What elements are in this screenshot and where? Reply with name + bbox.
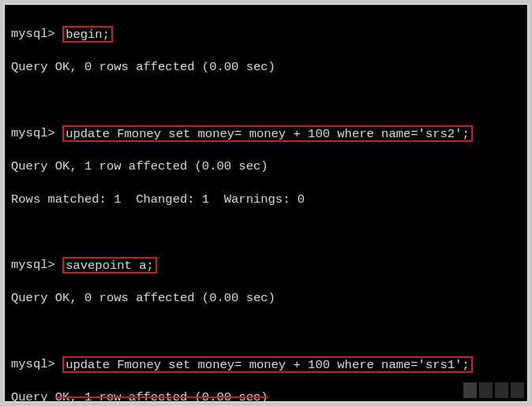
- query-result: Query OK, 1 row affected (0.00 sec): [11, 158, 521, 175]
- highlighted-command-savepoint-a: savepoint a;: [62, 257, 157, 274]
- mysql-terminal[interactable]: mysql> begin; Query OK, 0 rows affected …: [4, 4, 528, 402]
- blank-line: [11, 92, 521, 109]
- cmd-line-update-srs2: mysql> update Fmoney set money= money + …: [11, 125, 521, 142]
- cmd-line-begin: mysql> begin;: [11, 26, 521, 43]
- watermark-icon: [461, 382, 524, 398]
- mysql-prompt: mysql>: [11, 258, 55, 272]
- highlighted-command-update-srs1: update Fmoney set money= money + 100 whe…: [62, 356, 473, 373]
- blank-line: [11, 323, 521, 340]
- mysql-prompt: mysql>: [11, 357, 55, 371]
- query-result: Query OK, 0 rows affected (0.00 sec): [11, 290, 521, 307]
- query-result: Query OK, 0 rows affected (0.00 sec): [11, 59, 521, 76]
- rows-matched: Rows matched: 1 Changed: 1 Warnings: 0: [11, 192, 521, 208]
- strikethrough-text: OK, 1 row affected (0.00 sec): [55, 390, 268, 404]
- blank-line: [11, 224, 521, 240]
- query-result-struck: Query OK, 1 row affected (0.00 sec): [11, 389, 521, 406]
- cmd-line-savepoint-a: mysql> savepoint a;: [11, 257, 521, 274]
- highlighted-command-begin: begin;: [62, 26, 113, 43]
- cmd-line-update-srs1: mysql> update Fmoney set money= money + …: [11, 356, 521, 373]
- mysql-prompt: mysql>: [11, 126, 55, 140]
- mysql-prompt: mysql>: [11, 27, 55, 41]
- highlighted-command-update-srs2: update Fmoney set money= money + 100 whe…: [62, 125, 473, 142]
